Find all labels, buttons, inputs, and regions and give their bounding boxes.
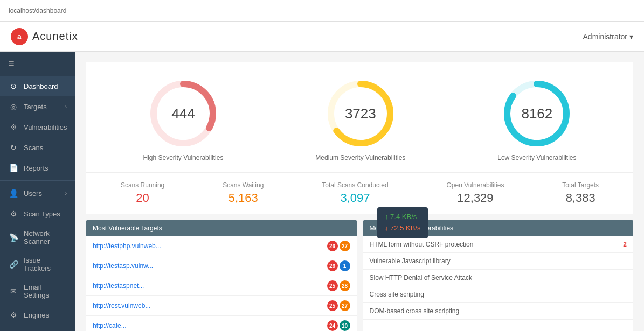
- sidebar-arrow-targets: ›: [65, 104, 67, 110]
- vuln-name: HTML form without CSRF protection: [370, 241, 624, 248]
- stat-value-total-targets: 8,383: [566, 191, 595, 205]
- sidebar-icon-reports: 📄: [9, 163, 18, 173]
- vuln-row: HTML form without CSRF protection 2: [363, 236, 634, 253]
- sidebar-icon-issue-trackers: 🔗: [9, 259, 18, 269]
- target-row[interactable]: http://rest.vulnweb... 2527: [86, 296, 357, 316]
- sidebar-label-email-settings: Email Settings: [24, 283, 67, 299]
- sidebar-label-targets: Targets: [24, 103, 60, 111]
- sidebar-divider: [0, 180, 75, 181]
- logo: a Acunetix: [11, 28, 78, 45]
- stat-label-scans-waiting: Scans Waiting: [223, 181, 264, 189]
- target-badge: 1: [340, 260, 350, 271]
- vuln-name: DOM-based cross site scripting: [370, 307, 627, 315]
- sidebar-label-issue-trackers: Issue Trackers: [24, 256, 67, 272]
- sidebar-item-vulnerabilities[interactable]: ⚙ Vulnerabilities: [0, 117, 75, 137]
- vuln-count: 2: [623, 241, 627, 248]
- sidebar-item-network-scanner[interactable]: 📡 Network Scanner: [0, 224, 75, 251]
- sidebar-icon-scan-types: ⚙: [9, 209, 18, 219]
- sidebar-arrow-users: ›: [65, 191, 67, 196]
- sidebar-label-scans: Scans: [24, 144, 67, 152]
- target-row[interactable]: http://testaspnet... 2528: [86, 276, 357, 296]
- sidebar-item-users[interactable]: 👤 Users ›: [0, 183, 75, 203]
- vuln-row: Vulnerable Javascript library: [363, 253, 634, 270]
- sidebar-item-dashboard[interactable]: ⊙ Dashboard: [0, 76, 75, 96]
- logo-icon: a: [11, 28, 28, 45]
- sidebar-item-email-settings[interactable]: ✉ Email Settings: [0, 278, 75, 305]
- sidebar-item-scans[interactable]: ↻ Scans: [0, 137, 75, 158]
- sidebar-item-reports[interactable]: 📄 Reports: [0, 158, 75, 178]
- stat-total-scans: Total Scans Conducted 3,097: [322, 181, 388, 205]
- main-content: 444 High Severity Vulnerabilities 3723 M…: [75, 52, 644, 331]
- sidebar: ≡ ⊙ Dashboard ◎ Targets › ⚙ Vulnerabilit…: [0, 52, 75, 331]
- high-label: High Severity Vulnerabilities: [143, 154, 223, 161]
- sidebar-item-excluded-hours[interactable]: 🕐 Excluded Hours: [0, 325, 75, 331]
- target-url: http://rest.vulnweb...: [93, 302, 323, 309]
- targets-panel-header: Most Vulnerable Targets: [86, 220, 357, 236]
- stat-label-scans-running: Scans Running: [121, 181, 164, 189]
- vuln-name: Vulnerable Javascript library: [370, 257, 627, 265]
- target-badges: 2528: [327, 280, 350, 291]
- sidebar-label-vulnerabilities: Vulnerabilities: [24, 123, 67, 131]
- target-badge: 25: [327, 280, 338, 291]
- vuln-row: Cross site scripting: [363, 286, 634, 303]
- target-badge: 24: [327, 320, 338, 331]
- sidebar-label-users: Users: [24, 189, 60, 198]
- stat-label-open-vulns: Open Vulnerabilities: [446, 181, 504, 189]
- target-row[interactable]: http://testasp.vulnw... 261: [86, 256, 357, 276]
- medium-ring: 3723: [326, 79, 396, 149]
- low-label: Low Severity Vulnerabilities: [497, 154, 576, 161]
- vuln-name: Slow HTTP Denial of Service Attack: [370, 274, 627, 281]
- medium-value: 3723: [345, 105, 376, 122]
- target-badge: 27: [340, 241, 350, 251]
- medium-severity-circle: 3723 Medium Severity Vulnerabilities: [315, 79, 405, 161]
- sidebar-label-network-scanner: Network Scanner: [24, 229, 67, 245]
- target-badge: 28: [340, 280, 350, 291]
- sidebar-item-issue-trackers[interactable]: 🔗 Issue Trackers: [0, 251, 75, 278]
- stat-value-scans-running: 20: [136, 191, 149, 205]
- stat-value-total-scans: 3,097: [340, 191, 370, 205]
- low-ring: 8162: [502, 79, 572, 149]
- target-badge: 10: [340, 320, 350, 331]
- target-badges: 2627: [327, 241, 350, 251]
- high-value: 444: [171, 105, 195, 122]
- stat-scans-running: Scans Running 20: [121, 181, 164, 205]
- user-arrow-icon: ▾: [629, 32, 633, 41]
- low-value: 8162: [521, 105, 552, 122]
- hamburger-menu[interactable]: ≡: [0, 52, 75, 76]
- low-severity-circle: 8162 Low Severity Vulnerabilities: [497, 79, 576, 161]
- sidebar-icon-users: 👤: [9, 188, 18, 198]
- app-header: a Acunetix Administrator ▾: [0, 22, 644, 52]
- high-severity-circle: 444 High Severity Vulnerabilities: [143, 79, 223, 161]
- target-row[interactable]: http://cafe... 2410: [86, 316, 357, 331]
- vuln-row: Slow HTTP Denial of Service Attack: [363, 270, 634, 286]
- stat-total-targets: Total Targets 8,383: [562, 181, 599, 205]
- stat-label-total-scans: Total Scans Conducted: [322, 181, 388, 189]
- sidebar-icon-dashboard: ⊙: [9, 81, 18, 91]
- circles-row: 444 High Severity Vulnerabilities 3723 M…: [86, 62, 633, 172]
- sidebar-item-engines[interactable]: ⚙ Engines: [0, 305, 75, 325]
- sidebar-item-targets[interactable]: ◎ Targets ›: [0, 96, 75, 117]
- net-up: ↑ 7.4 KB/s: [385, 212, 420, 223]
- sidebar-icon-scans: ↻: [9, 143, 18, 152]
- logo-text: Acunetix: [32, 30, 78, 43]
- sidebar-label-dashboard: Dashboard: [24, 82, 67, 90]
- sidebar-icon-targets: ◎: [9, 102, 18, 111]
- target-url: http://testphp.vulnweb...: [93, 242, 323, 250]
- sidebar-icon-email-settings: ✉: [9, 286, 18, 296]
- sidebar-label-reports: Reports: [24, 164, 67, 172]
- target-badges: 261: [327, 260, 350, 271]
- sidebar-label-engines: Engines: [24, 311, 67, 319]
- target-url: http://cafe...: [93, 322, 323, 329]
- high-ring: 444: [148, 79, 218, 149]
- sidebar-item-scan-types[interactable]: ⚙ Scan Types: [0, 203, 75, 224]
- user-menu[interactable]: Administrator ▾: [583, 32, 633, 41]
- net-down: ↓ 72.5 KB/s: [385, 223, 420, 234]
- browser-url: localhost/dashboard: [9, 7, 66, 15]
- target-badges: 2410: [327, 320, 350, 331]
- sidebar-icon-vulnerabilities: ⚙: [9, 122, 18, 132]
- sidebar-icon-engines: ⚙: [9, 310, 18, 320]
- stat-label-total-targets: Total Targets: [562, 181, 599, 189]
- target-row[interactable]: http://testphp.vulnweb... 2627: [86, 236, 357, 256]
- main-layout: ≡ ⊙ Dashboard ◎ Targets › ⚙ Vulnerabilit…: [0, 52, 644, 331]
- sidebar-icon-network-scanner: 📡: [9, 233, 18, 242]
